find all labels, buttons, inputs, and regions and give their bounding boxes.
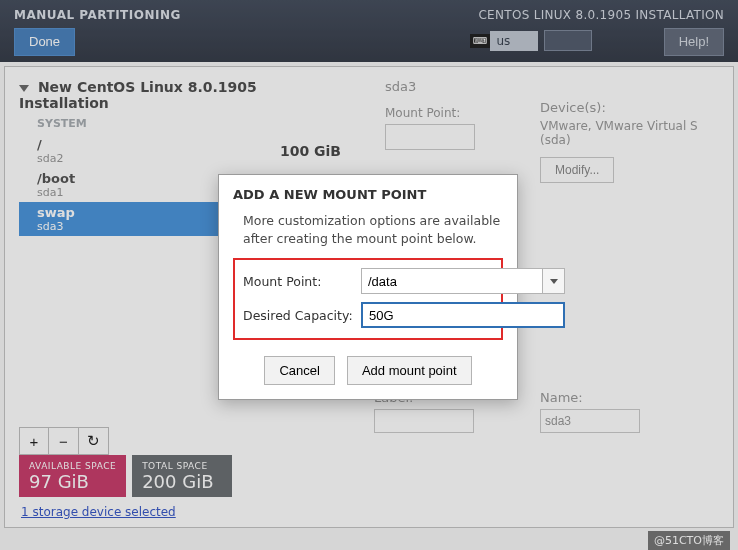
partition-mount: swap bbox=[37, 205, 75, 220]
add-button[interactable]: + bbox=[19, 427, 49, 455]
partition-device: sda1 bbox=[37, 186, 75, 199]
mount-point-field bbox=[385, 124, 475, 150]
device-description: VMware, VMware Virtual S (sda) bbox=[540, 119, 710, 147]
expand-icon[interactable] bbox=[19, 85, 29, 92]
install-title-right: CENTOS LINUX 8.0.1905 INSTALLATION bbox=[478, 8, 724, 22]
desired-capacity-input[interactable] bbox=[361, 302, 565, 328]
selected-device-title: sda3 bbox=[385, 79, 713, 94]
add-mount-point-button[interactable]: Add mount point bbox=[347, 356, 472, 385]
dialog-capacity-label: Desired Capacity: bbox=[243, 308, 355, 323]
reload-button[interactable]: ↻ bbox=[79, 427, 109, 455]
install-heading: New CentOS Linux 8.0.1905 Installation bbox=[19, 79, 257, 111]
partition-mount: / bbox=[37, 137, 63, 152]
name-field-label: Name: bbox=[540, 390, 710, 405]
section-system-label: SYSTEM bbox=[37, 117, 351, 130]
chevron-down-icon bbox=[550, 279, 558, 284]
lang-extra-slot[interactable] bbox=[544, 30, 592, 51]
name-input[interactable] bbox=[540, 409, 640, 433]
dialog-mount-label: Mount Point: bbox=[243, 274, 355, 289]
total-space-box: TOTAL SPACE 200 GiB bbox=[132, 455, 232, 497]
watermark: @51CTO博客 bbox=[648, 531, 730, 550]
keyboard-icon: ⌨ bbox=[470, 34, 490, 48]
partition-size: 100 GiB bbox=[280, 143, 341, 159]
partition-row-root[interactable]: / sda2 100 GiB bbox=[19, 134, 351, 168]
storage-devices-link[interactable]: 1 storage device selected bbox=[21, 505, 176, 519]
label-input[interactable] bbox=[374, 409, 474, 433]
mount-point-dropdown-button[interactable] bbox=[543, 268, 565, 294]
remove-button[interactable]: − bbox=[49, 427, 79, 455]
dialog-description: More customization options are available… bbox=[243, 212, 503, 248]
devices-label: Device(s): bbox=[540, 100, 710, 115]
partition-device: sda3 bbox=[37, 220, 75, 233]
available-space-box: AVAILABLE SPACE 97 GiB bbox=[19, 455, 126, 497]
add-mount-point-dialog: ADD A NEW MOUNT POINT More customization… bbox=[218, 174, 518, 400]
cancel-button[interactable]: Cancel bbox=[264, 356, 334, 385]
mount-point-input[interactable] bbox=[361, 268, 543, 294]
done-button[interactable]: Done bbox=[14, 28, 75, 56]
help-button[interactable]: Help! bbox=[664, 28, 724, 56]
dialog-title: ADD A NEW MOUNT POINT bbox=[233, 187, 503, 202]
partition-mount: /boot bbox=[37, 171, 75, 186]
page-title: MANUAL PARTITIONING bbox=[14, 8, 181, 22]
modify-button[interactable]: Modify... bbox=[540, 157, 614, 183]
keyboard-layout[interactable]: us bbox=[490, 31, 538, 51]
partition-device: sda2 bbox=[37, 152, 63, 165]
